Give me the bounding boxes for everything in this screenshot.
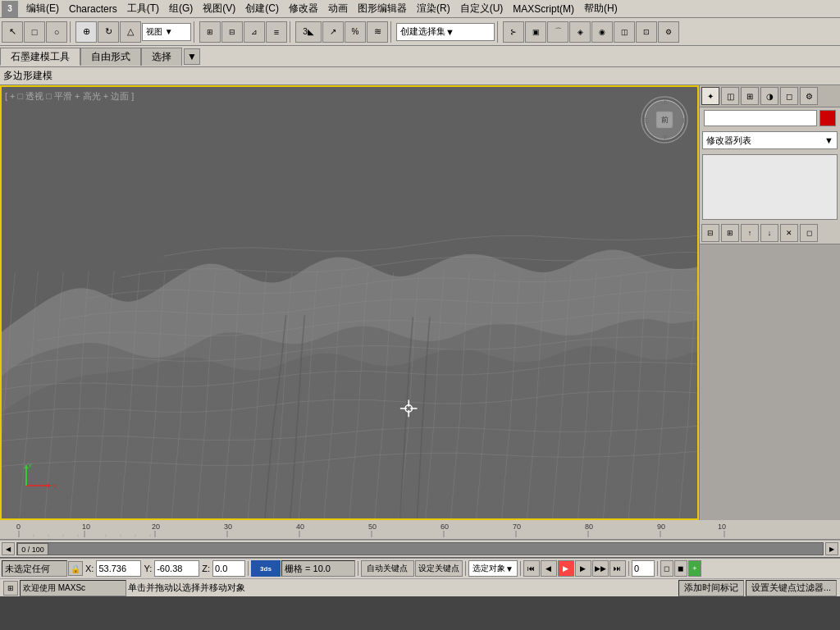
hierarchy-tab-btn[interactable]: ⊞: [741, 87, 759, 105]
material-editor-btn[interactable]: ▣: [525, 21, 546, 43]
modifier-list[interactable]: [702, 154, 838, 220]
settings-btn[interactable]: ⚙: [658, 21, 679, 43]
svg-text:70: 70: [513, 523, 521, 531]
schematic-view-btn[interactable]: ⊱: [503, 21, 524, 43]
rect-select-btn[interactable]: □: [24, 21, 45, 43]
modifier-label: 修改器列表: [706, 135, 751, 147]
svg-text:Y: Y: [28, 462, 33, 469]
status-bar: 未选定任何 🔒 X: Y: Z: 3ds 栅格 = 10.0 自动关键点 设定关…: [0, 558, 840, 578]
grid-info: 栅格 = 10.0: [281, 560, 355, 577]
utility-tab-btn[interactable]: ⚙: [800, 87, 818, 105]
modifier-dropdown[interactable]: 修改器列表 ▼: [702, 131, 838, 149]
angle-snap-btn[interactable]: ⊟: [221, 21, 243, 43]
y-input[interactable]: [154, 560, 199, 577]
add-time-marker-btn[interactable]: 添加时间标记: [678, 580, 744, 596]
status-sep-1: [248, 561, 249, 576]
select-filter-dropdown[interactable]: 选定对象 ▼: [468, 560, 518, 577]
set-key-label: 设定关键点: [418, 563, 459, 574]
scale-tool-btn[interactable]: △: [120, 21, 141, 43]
render-setup-btn[interactable]: ⌒: [547, 21, 568, 43]
pin-stack-btn[interactable]: ⊟: [701, 224, 719, 242]
modify-tab-btn[interactable]: ◫: [721, 87, 739, 105]
menu-create[interactable]: 创建(C): [240, 0, 284, 17]
align-btn[interactable]: %: [345, 21, 366, 43]
select-tool-btn[interactable]: ↖: [2, 21, 23, 43]
go-to-start-btn[interactable]: ⏮: [523, 560, 540, 577]
tab-graphite[interactable]: 石墨建模工具: [0, 48, 80, 66]
toolbar-sep-5: [497, 21, 500, 43]
create-tab-btn[interactable]: ✦: [701, 87, 719, 105]
set-keyframe-filter-btn[interactable]: 设置关键点过滤器...: [746, 580, 837, 596]
z-input[interactable]: [212, 560, 245, 577]
menu-graph-editor[interactable]: 图形编辑器: [353, 0, 412, 17]
set-keyframe-btn[interactable]: 设定关键点: [415, 560, 463, 577]
play-btn[interactable]: ▶: [558, 560, 574, 577]
mini-btn-1[interactable]: ◻: [660, 560, 673, 577]
prev-frame-btn[interactable]: ◀: [541, 560, 557, 577]
terrain-view: [2, 87, 697, 518]
x-input[interactable]: [96, 560, 141, 577]
reference-dropdown[interactable]: 视图 ▼: [142, 23, 191, 41]
menu-customize[interactable]: 自定义(U): [455, 0, 509, 17]
show-end-result-btn[interactable]: ⊞: [721, 224, 739, 242]
normal-align-btn[interactable]: ≋: [367, 21, 388, 43]
menu-maxscript[interactable]: MAXScript(M): [508, 2, 579, 16]
viewcube[interactable]: 前 上 下 左 右: [640, 95, 689, 144]
spinner-snap-btn[interactable]: ≡: [266, 21, 287, 43]
move-tool-btn[interactable]: ⊕: [75, 21, 97, 43]
viewport-3d[interactable]: [ + □ 透视 □ 平滑 + 高光 + 边面 ]: [0, 85, 699, 520]
menu-group[interactable]: 组(G): [164, 0, 198, 17]
percent-snap-btn[interactable]: ⊿: [244, 21, 265, 43]
num3-btn[interactable]: 3◣: [295, 21, 322, 43]
menu-help[interactable]: 帮助(H): [579, 0, 623, 17]
menu-modifier[interactable]: 修改器: [284, 0, 323, 17]
snap-3d-btn[interactable]: ⊞: [199, 21, 221, 43]
tab-select[interactable]: 选择: [141, 48, 182, 66]
timeline-track[interactable]: 0 / 100: [16, 542, 824, 555]
svg-text:80: 80: [585, 523, 593, 531]
env-effects-btn[interactable]: ◉: [591, 21, 613, 43]
render-btn[interactable]: ◈: [569, 21, 591, 43]
mirror-btn[interactable]: ↗: [322, 21, 344, 43]
configure-modifier-btn[interactable]: ✕: [780, 224, 798, 242]
make-unique-btn[interactable]: ↑: [741, 224, 759, 242]
camera-btn[interactable]: ⊡: [636, 21, 657, 43]
add-time-label: 添加时间标记: [684, 582, 738, 594]
show-modifier-btn[interactable]: ◻: [800, 224, 818, 242]
selection-status: 未选定任何: [2, 560, 67, 577]
svg-marker-15: [48, 483, 51, 488]
object-name-field[interactable]: [704, 110, 817, 126]
remove-modifier-btn[interactable]: ↓: [760, 224, 778, 242]
mini-btn-3[interactable]: +: [688, 560, 701, 577]
motion-tab-btn[interactable]: ◑: [760, 87, 778, 105]
tab-more-btn[interactable]: ▼: [184, 48, 200, 65]
menu-edit[interactable]: 编辑(E): [21, 0, 64, 17]
frame-number-bar: 0 10 20 30 40 50 60 70 80: [0, 520, 840, 540]
timeline-nav-left[interactable]: ◀: [2, 542, 15, 555]
menu-bar: 3 编辑(E) Characters 工具(T) 组(G) 视图(V) 创建(C…: [0, 0, 840, 18]
menu-characters[interactable]: Characters: [64, 2, 122, 16]
menu-tools[interactable]: 工具(T): [122, 0, 164, 17]
next-frame-btn[interactable]: ▶▶: [592, 560, 609, 577]
tab-freeform[interactable]: 自由形式: [80, 48, 141, 66]
lasso-select-btn[interactable]: ○: [46, 21, 67, 43]
render-to-texture-btn[interactable]: ◫: [614, 21, 635, 43]
object-color-swatch[interactable]: [819, 110, 836, 126]
menu-animation[interactable]: 动画: [323, 0, 353, 17]
status-icon-btn[interactable]: ⊞: [3, 581, 18, 596]
svg-text:50: 50: [368, 523, 377, 531]
rotate-tool-btn[interactable]: ↻: [98, 21, 119, 43]
display-tab-btn[interactable]: ◻: [780, 87, 798, 105]
play-selected-btn[interactable]: ▶: [575, 560, 591, 577]
mini-btn-2[interactable]: ◼: [674, 560, 687, 577]
menu-view[interactable]: 视图(V): [198, 0, 240, 17]
go-to-end-btn[interactable]: ⏭: [609, 560, 626, 577]
frame-number-input[interactable]: [632, 560, 655, 577]
welcome-text: 欢迎使用 MAXSc: [23, 582, 85, 594]
auto-keyframe-btn[interactable]: 自动关键点: [361, 560, 414, 577]
max-logo: 3ds: [251, 560, 281, 577]
timeline-nav-right[interactable]: ▶: [825, 542, 838, 555]
create-sel-dropdown[interactable]: 创建选择集 ▼: [396, 23, 495, 41]
lock-btn[interactable]: 🔒: [68, 561, 83, 576]
menu-render[interactable]: 渲染(R): [412, 0, 455, 17]
